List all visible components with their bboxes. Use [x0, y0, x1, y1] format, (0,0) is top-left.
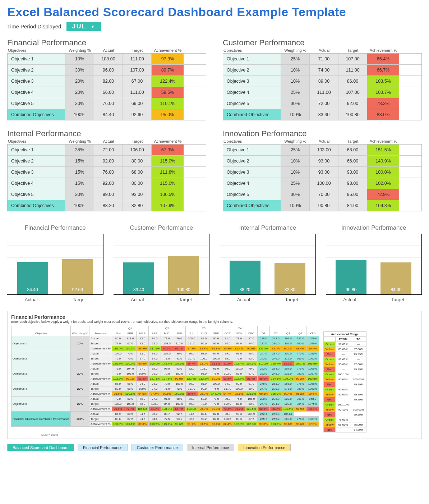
chevron-down-icon: ▼	[91, 24, 96, 29]
financial-detail-block: Financial Performance Enter each objecti…	[7, 311, 422, 439]
sheet-tab[interactable]: Internal Performance	[187, 444, 235, 451]
financial-title: Financial Performance	[7, 38, 206, 47]
axis-labels: ActualTarget	[7, 297, 103, 302]
internal-title: Internal Performance	[7, 129, 206, 138]
bar-target: 100.80	[168, 256, 199, 294]
period-value: JUL	[72, 23, 87, 30]
bar-target: 92.60	[62, 259, 93, 294]
table-row: Objective 320%82.0067.00122.4%	[8, 75, 206, 87]
fp-detail-table: Q1Q2Q3Q4ObjectiveWeighting %MeasureJANFE…	[11, 326, 319, 427]
table-row: Objective 230%96.00107.0089.7%	[8, 64, 206, 75]
time-period-row: Time Period Displayed: JUL ▼	[7, 22, 422, 31]
bar-target: 82.80	[275, 263, 305, 294]
customer-table: Objective 125%71.00107.0066.4% Objective…	[223, 53, 422, 120]
table-row: Objective 215%92.0080.00115.0%	[8, 155, 206, 166]
table-row: Objective 310%93.0093.00100.0%	[223, 166, 421, 178]
table-header: ObjectivesWeighting %ActualTargetAchieve…	[223, 48, 422, 53]
financial-table: Objective 110%108.00111.0097.3% Objectiv…	[7, 53, 206, 120]
must-note: Must = 100%	[11, 433, 418, 436]
bar-actual: 88.20	[230, 261, 260, 294]
fp-detail-desc: Enter each objective below. Apply a weig…	[11, 320, 418, 324]
page-title: Excel Balanced Scorecard Dashboard Examp…	[7, 5, 422, 19]
period-label: Time Period Displayed:	[7, 23, 63, 29]
table-row: Objective 210%93.0066.00140.9%	[223, 155, 421, 166]
period-dropdown[interactable]: JUL ▼	[66, 22, 101, 31]
table-header: ObjectivesWeighting %ActualTargetAchieve…	[223, 139, 422, 144]
table-row: Objective 520%99.0093.00106.5%	[8, 189, 206, 200]
table-row: Objective 110%108.00111.0097.3%	[8, 54, 206, 64]
bar-chart: 83.40 100.80	[114, 234, 210, 295]
axis-labels: ActualTarget	[326, 297, 422, 302]
axis-labels: ActualTarget	[114, 297, 210, 302]
table-row: Objective 530%70.0096.0072.9%	[223, 189, 421, 200]
bar-actual: 83.40	[123, 262, 154, 294]
chart-title: Financial Performance	[7, 224, 103, 232]
achievement-range-table: Achievement RangeFROMTOGreen97.01%—Yello…	[323, 331, 366, 432]
customer-title: Customer Performance	[223, 38, 422, 47]
table-header: ObjectivesWeighting %ActualTargetAchieve…	[7, 139, 206, 144]
table-row: Objective 210%74.00111.0066.7%	[223, 64, 421, 75]
table-row: Objective 415%92.0080.00115.0%	[8, 178, 206, 189]
combined-row: Combined Objectives100%88.2082.80107.9%	[8, 200, 206, 211]
table-row: Objective 530%72.0092.0078.3%	[223, 98, 421, 109]
bar-actual: 90.80	[336, 260, 366, 294]
table-row: Objective 135%72.00106.0067.9%	[8, 145, 206, 155]
bar-chart: 90.80 84.00	[326, 234, 422, 295]
table-row: Objective 520%76.0069.00110.1%	[8, 98, 206, 109]
bar-target: 84.00	[380, 262, 411, 294]
sheet-tab[interactable]: Financial Performance	[78, 444, 128, 451]
table-row: Objective 315%76.0068.00111.8%	[8, 166, 206, 178]
axis-labels: ActualTarget	[220, 297, 316, 302]
combined-row: Combined Objectives100%83.40100.8083.0%	[223, 109, 421, 120]
table-row: Objective 310%89.0086.00103.5%	[223, 75, 421, 87]
bar-chart: 88.20 82.80	[220, 234, 316, 295]
table-row: Objective 425%111.00107.00103.7%	[223, 87, 421, 98]
combined-row: Combined Objectives100%90.8084.00109.3%	[223, 200, 421, 211]
bar-actual: 84.40	[17, 262, 48, 294]
bar-chart: 84.40 92.60	[7, 234, 103, 295]
innovation-title: Innovation Performance	[223, 129, 422, 138]
table-row: Objective 425%100.0098.00102.0%	[223, 178, 421, 189]
innovation-table: Objective 125%103.0068.00151.5% Objectiv…	[223, 144, 422, 211]
table-row: Objective 420%66.00111.0059.5%	[8, 87, 206, 98]
table-header: ObjectivesWeighting %ActualTargetAchieve…	[7, 48, 206, 53]
table-row: Objective 125%71.00107.0066.4%	[223, 54, 421, 64]
combined-row: Combined Objectives100%84.4092.6095.0%	[8, 109, 206, 120]
chart-title: Customer Performance	[114, 224, 210, 232]
chart-title: Internal Performance	[220, 224, 316, 232]
sheet-tab[interactable]: Innovation Performance	[238, 444, 291, 451]
internal-table: Objective 135%72.00106.0067.9% Objective…	[7, 144, 206, 211]
table-row: Objective 125%103.0068.00151.5%	[223, 145, 421, 155]
sheet-tab[interactable]: Customer Performance	[132, 444, 183, 451]
fp-detail-title: Financial Performance	[11, 314, 418, 320]
sheet-tab[interactable]: Balanced Scorecard Dashboard	[7, 444, 74, 451]
chart-title: Innovation Performance	[326, 224, 422, 232]
